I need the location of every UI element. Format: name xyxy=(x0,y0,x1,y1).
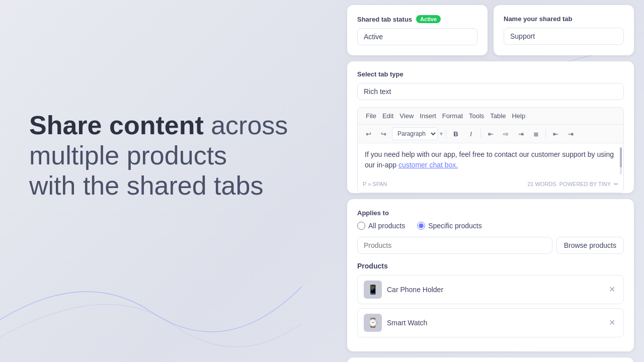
indent-decrease-button[interactable]: ⇤ xyxy=(549,127,562,140)
toolbar-divider-2 xyxy=(480,129,481,138)
all-products-label: All products xyxy=(368,222,405,230)
product-item: 📱 Car Phone Holder ✕ xyxy=(357,275,624,304)
menu-tools[interactable]: Tools xyxy=(466,111,487,121)
toolbar-divider-3 xyxy=(545,129,546,138)
all-products-radio[interactable] xyxy=(357,222,365,230)
remove-product-1-button[interactable]: ✕ xyxy=(607,285,617,295)
hero-line2: multiple products xyxy=(29,141,227,170)
shared-tab-status-input[interactable] xyxy=(357,28,477,45)
exceptions-card: Exceptions Browse products xyxy=(347,357,634,362)
all-products-option[interactable]: All products xyxy=(357,222,405,230)
align-center-button[interactable]: ⇨ xyxy=(499,127,512,140)
right-panel: Shared tab status Active Name your share… xyxy=(347,5,634,362)
product-name-2: Smart Watch xyxy=(387,319,427,327)
specific-products-radio[interactable] xyxy=(417,222,425,230)
hero-section: Share content across multiple products w… xyxy=(29,111,331,201)
editor-toolbar: ↩ ↪ Paragraph ▾ B I ⇤ ⇨ ⇥ ≣ ⇤ ⇥ xyxy=(358,125,623,143)
products-section-label: Products xyxy=(357,262,624,270)
specific-products-option[interactable]: Specific products xyxy=(417,222,482,230)
italic-button[interactable]: I xyxy=(464,127,477,140)
specific-products-label: Specific products xyxy=(428,222,482,230)
products-search-row: Browse products xyxy=(357,237,624,254)
status-badge: Active xyxy=(416,15,441,23)
tab-type-label: Select tab type xyxy=(357,70,624,78)
product-item: ⌚ Smart Watch ✕ xyxy=(357,308,624,337)
editor-menubar: File Edit View Insert Format Tools Table… xyxy=(358,108,623,125)
applies-to-card: Applies to All products Specific product… xyxy=(347,199,634,351)
shared-tab-status-label: Shared tab status Active xyxy=(357,15,477,23)
editor-word-count: 21 WORDS POWERED BY TINY ✏ xyxy=(527,181,618,188)
editor-footer: P » SPAN 21 WORDS POWERED BY TINY ✏ xyxy=(358,178,623,193)
editor-edit-icon[interactable]: ✏ xyxy=(614,181,618,187)
menu-insert[interactable]: Insert xyxy=(417,111,439,121)
menu-file[interactable]: File xyxy=(363,111,379,121)
tab-type-card: Select tab type Rich text File Edit View… xyxy=(347,61,634,193)
menu-view[interactable]: View xyxy=(396,111,417,121)
editor-body[interactable]: If you need help with our app, feel free… xyxy=(358,143,623,178)
product-thumb-1: 📱 xyxy=(364,281,382,299)
toolbar-divider-1 xyxy=(446,129,446,138)
align-right-button[interactable]: ⇥ xyxy=(514,127,527,140)
product-thumb-2: ⌚ xyxy=(364,314,382,332)
shared-tab-status-card: Shared tab status Active xyxy=(347,5,488,55)
product-item-left-2: ⌚ Smart Watch xyxy=(364,314,427,332)
hero-light: across xyxy=(204,111,288,140)
name-shared-tab-label: Name your shared tab xyxy=(504,15,624,23)
indent-increase-button[interactable]: ⇥ xyxy=(564,127,577,140)
applies-to-label: Applies to xyxy=(357,209,624,217)
name-shared-tab-input[interactable] xyxy=(504,28,624,45)
product-name-1: Car Phone Holder xyxy=(387,286,443,294)
product-item-left: 📱 Car Phone Holder xyxy=(364,281,443,299)
radio-group: All products Specific products xyxy=(357,222,624,230)
menu-table[interactable]: Table xyxy=(487,111,509,121)
align-left-button[interactable]: ⇤ xyxy=(484,127,497,140)
editor-body-wrapper: If you need help with our app, feel free… xyxy=(358,143,623,178)
menu-edit[interactable]: Edit xyxy=(379,111,396,121)
products-search-input[interactable] xyxy=(357,237,552,254)
name-shared-tab-card: Name your shared tab xyxy=(494,5,634,55)
browse-products-button[interactable]: Browse products xyxy=(556,237,624,254)
redo-button[interactable]: ↪ xyxy=(377,127,390,140)
align-justify-button[interactable]: ≣ xyxy=(529,127,542,140)
menu-format[interactable]: Format xyxy=(439,111,466,121)
menu-help[interactable]: Help xyxy=(509,111,528,121)
tab-type-select[interactable]: Rich text xyxy=(357,83,624,100)
top-row: Shared tab status Active Name your share… xyxy=(347,5,634,55)
paragraph-select[interactable]: Paragraph xyxy=(392,127,438,140)
editor-scrollbar-thumb xyxy=(620,147,622,167)
editor-breadcrumb: P » SPAN xyxy=(363,181,387,188)
undo-button[interactable]: ↩ xyxy=(362,127,375,140)
hero-line3: with the shared tabs xyxy=(29,171,263,200)
hero-bold: Share content xyxy=(29,111,204,140)
bold-button[interactable]: B xyxy=(449,127,462,140)
editor-scrollbar[interactable] xyxy=(620,147,622,174)
hero-title: Share content across multiple products w… xyxy=(29,111,331,201)
rich-text-editor: File Edit View Insert Format Tools Table… xyxy=(357,107,624,193)
editor-link[interactable]: customer chat box. xyxy=(398,161,458,169)
remove-product-2-button[interactable]: ✕ xyxy=(607,318,617,328)
